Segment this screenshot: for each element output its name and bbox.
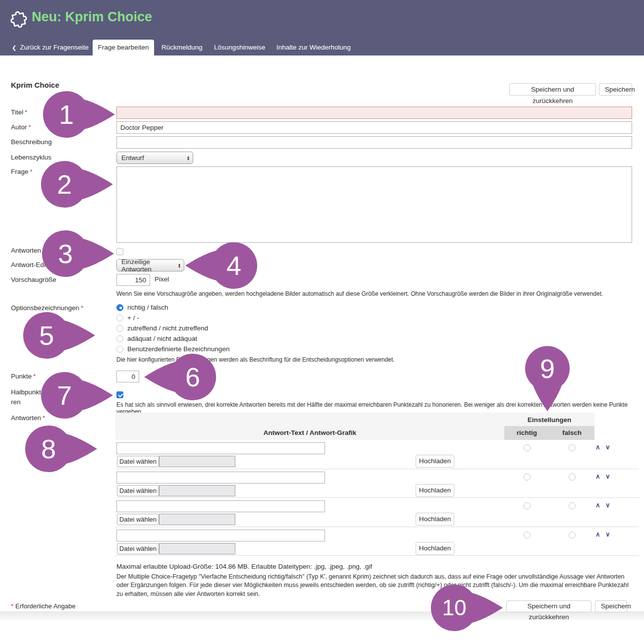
- answer-text-input[interactable]: [116, 500, 325, 512]
- answer-text-input[interactable]: [116, 472, 325, 483]
- tab-loesungshinweise[interactable]: Lösungshinweise: [214, 40, 266, 55]
- move-up-icon[interactable]: ∧: [595, 501, 600, 509]
- save-and-return-button-bottom[interactable]: Speichern und zurückkehren: [506, 600, 591, 612]
- correct-radio[interactable]: [524, 532, 531, 538]
- radio-icon[interactable]: [116, 325, 123, 332]
- upload-button[interactable]: Hochladen: [416, 513, 454, 526]
- titel-label: Titel*: [11, 108, 27, 116]
- choose-file-button[interactable]: Datei wählen: [117, 485, 159, 496]
- correct-radio[interactable]: [524, 502, 531, 509]
- upload-button[interactable]: Hochladen: [416, 542, 454, 555]
- option-labels-choice[interactable]: zutreffend / nicht zutreffend: [116, 323, 229, 333]
- save-and-return-button-top[interactable]: Speichern und zurückkehren: [509, 83, 596, 96]
- upload-info: Maximal erlaubte Upload-Größe: 104.86 MB…: [116, 563, 372, 570]
- correct-radio[interactable]: [524, 444, 531, 451]
- points-label: Punkte*: [11, 373, 36, 380]
- move-down-icon[interactable]: ∨: [605, 443, 610, 451]
- option-labels-radio-group: richtig / falsch + / - zutreffend / nich…: [116, 302, 229, 354]
- preview-size-label: Vorschaugröße: [11, 276, 56, 283]
- radio-icon[interactable]: [116, 346, 123, 353]
- lebenszyklus-select[interactable]: Entwurf ▴▾: [116, 152, 193, 164]
- annotation-marker-2: 2: [41, 161, 113, 208]
- preview-size-input[interactable]: [116, 274, 150, 286]
- beschreibung-label: Beschreibung: [11, 138, 52, 146]
- select-arrows-icon: ▴▾: [183, 156, 189, 161]
- titel-input[interactable]: [116, 107, 632, 119]
- settings-column-header: Einstellungen: [504, 413, 594, 426]
- upload-button[interactable]: Hochladen: [416, 455, 454, 468]
- correct-column-header: richtig: [504, 426, 549, 440]
- move-down-icon[interactable]: ∨: [605, 473, 610, 480]
- option-labels-choice[interactable]: Benutzerdefinierte Bezeichnungen: [116, 344, 229, 354]
- kprim-choice-editor: Neu: Kprim Choice ❮Zurück zur Fragenseit…: [0, 0, 644, 644]
- select-arrows-icon: ▴▾: [174, 263, 180, 268]
- choose-file-button[interactable]: Datei wählen: [117, 456, 159, 467]
- required-note: *Erforderliche Angabe: [11, 602, 75, 610]
- half-points-checkbox[interactable]: [116, 391, 123, 398]
- save-button-bottom[interactable]: Speichern: [595, 600, 627, 612]
- tab-back-to-question-page[interactable]: ❮Zurück zur Fragenseite: [12, 40, 89, 55]
- radio-icon[interactable]: [116, 304, 123, 311]
- svg-text:6: 6: [185, 362, 200, 392]
- answer-text-input[interactable]: [116, 442, 325, 454]
- answers-label: Antworten*: [11, 414, 45, 422]
- answer-column-header: Antwort-Text / Antwort-Grafik: [115, 426, 504, 440]
- option-labels-choice[interactable]: + / -: [116, 313, 229, 323]
- answers-table-header: Einstellungen Antwort-Text / Antwort-Gra…: [115, 413, 594, 440]
- move-up-icon[interactable]: ∧: [595, 443, 600, 451]
- radio-icon[interactable]: [116, 315, 123, 322]
- frage-textarea[interactable]: [116, 166, 632, 243]
- svg-text:1: 1: [59, 100, 74, 129]
- file-name-box: [159, 456, 235, 467]
- half-points-label: Halbpunktebewertung aktivie-ren: [11, 387, 115, 407]
- autor-input[interactable]: [116, 121, 632, 134]
- preview-size-unit: Pixel: [155, 275, 169, 283]
- tab-rueckmeldung[interactable]: Rückmeldung: [161, 40, 203, 55]
- svg-text:8: 8: [41, 434, 56, 464]
- wrong-radio[interactable]: [569, 444, 576, 451]
- points-input[interactable]: [116, 371, 139, 382]
- preview-size-help: Wenn Sie eine Vorschaugröße angeben, wer…: [116, 290, 603, 297]
- file-name-box: [159, 514, 235, 525]
- annotation-marker-1: 1: [43, 91, 115, 138]
- file-name-box: [159, 485, 235, 496]
- svg-text:4: 4: [226, 251, 241, 280]
- annotation-marker-4: 4: [185, 242, 258, 289]
- annotation-marker-5: 5: [23, 312, 95, 359]
- wrong-radio[interactable]: [569, 474, 576, 481]
- option-labels-choice[interactable]: richtig / falsch: [116, 302, 229, 313]
- lebenszyklus-label: Lebenszyklus: [11, 154, 52, 161]
- answer-row: Datei wählen Hochladen ∧ ∨: [115, 498, 639, 527]
- radio-icon[interactable]: [116, 335, 123, 342]
- svg-text:9: 9: [540, 354, 555, 383]
- shuffle-checkbox[interactable]: [116, 248, 123, 255]
- answer-row: Datei wählen Hochladen ∧ ∨: [115, 469, 639, 498]
- wrong-radio[interactable]: [569, 532, 576, 538]
- choose-file-button[interactable]: Datei wählen: [117, 514, 159, 525]
- option-labels-choice[interactable]: adäquat / nicht adäquat: [116, 333, 229, 344]
- shuffle-label: Antworten mischen: [11, 247, 68, 254]
- autor-label: Autor*: [11, 123, 31, 131]
- save-button-top[interactable]: Speichern: [599, 83, 632, 96]
- tab-frage-bearbeiten[interactable]: Frage bearbeiten: [93, 40, 154, 55]
- upload-button[interactable]: Hochladen: [416, 484, 454, 497]
- header: Neu: Kprim Choice ❮Zurück zur Fragenseit…: [0, 0, 644, 55]
- svg-text:5: 5: [39, 321, 54, 350]
- correct-radio[interactable]: [524, 474, 531, 481]
- answer-editor-select[interactable]: Einzeilige Antworten ▴▾: [116, 259, 184, 271]
- answers-table-body: Datei wählen Hochladen ∧ ∨ Datei wählen …: [115, 440, 639, 556]
- choose-file-button[interactable]: Datei wählen: [117, 543, 159, 554]
- wrong-radio[interactable]: [569, 502, 576, 509]
- move-down-icon[interactable]: ∨: [605, 501, 610, 509]
- svg-text:2: 2: [57, 169, 72, 199]
- move-up-icon[interactable]: ∧: [595, 473, 600, 480]
- beschreibung-input[interactable]: [116, 136, 632, 149]
- page-title: Neu: Kprim Choice: [32, 9, 152, 25]
- option-labels-help: Die hier konfigurierten Bezeichnungen we…: [116, 356, 395, 363]
- annotation-marker-8: 8: [25, 425, 97, 473]
- move-down-icon[interactable]: ∨: [605, 531, 610, 538]
- move-up-icon[interactable]: ∧: [595, 531, 600, 538]
- answer-editor-label: Antwort-Editor: [11, 261, 54, 268]
- tab-inhalte-zur-wiederholung[interactable]: Inhalte zur Wiederholung: [276, 40, 351, 55]
- answer-text-input[interactable]: [116, 530, 325, 541]
